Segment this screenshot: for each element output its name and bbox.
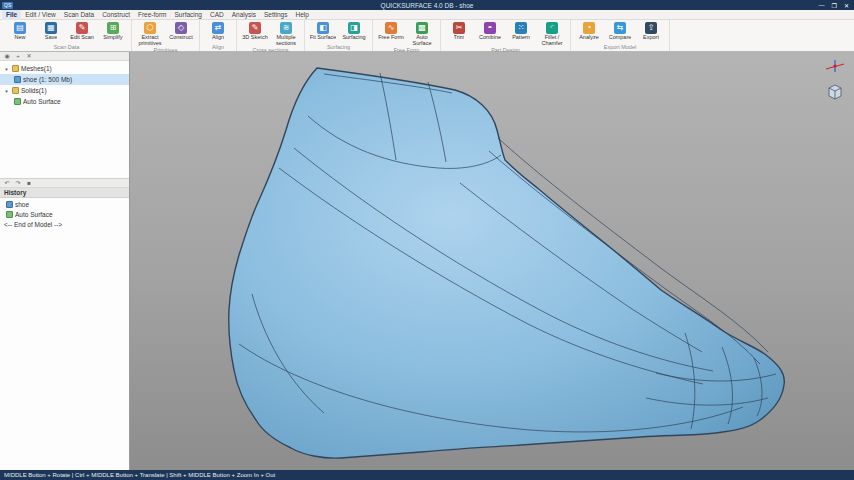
auto-surface-icon: ▩ <box>416 22 428 34</box>
menu-item-construct[interactable]: Construct <box>98 10 134 20</box>
new-file-icon: ▤ <box>14 22 26 34</box>
menu-item-edit-view[interactable]: Edit / View <box>21 10 60 20</box>
shoe-body[interactable] <box>229 68 785 458</box>
combine-icon: ◓ <box>484 22 496 34</box>
history-item-label: Auto Surface <box>15 211 53 218</box>
menu-item-help[interactable]: Help <box>291 10 312 20</box>
window-title: QUICKSURFACE 4.0 DB - shoe <box>0 2 854 9</box>
window-controls: — ❐ ✕ <box>819 2 854 9</box>
ribbon-button-combine[interactable]: ◓Combine <box>475 21 505 47</box>
model-tree: ▾Meshes(1)shoe (1: 500 Mb)▾Solids(1)Auto… <box>0 61 129 179</box>
ribbon: ▤New▦Save✎Edit Scan⊞SimplifyScan Data⬡Ex… <box>0 20 854 52</box>
view-cube[interactable] <box>829 85 841 99</box>
add-icon[interactable]: + <box>14 52 22 61</box>
tree-item-label: Auto Surface <box>23 98 61 105</box>
free-form-icon: ∿ <box>385 22 397 34</box>
construct-icon: ◇ <box>175 22 187 34</box>
ribbon-button-construct[interactable]: ◇Construct <box>166 21 196 47</box>
delete-icon[interactable]: ✕ <box>25 52 33 61</box>
undo-icon[interactable]: ↶ <box>3 179 11 188</box>
tree-item-meshes-1[interactable]: ▾Meshes(1) <box>0 63 129 74</box>
chevron-down-icon[interactable]: ▾ <box>3 88 10 94</box>
ribbon-button-pattern[interactable]: ⁙Pattern <box>506 21 536 47</box>
ribbon-button-surfacing[interactable]: ◨Surfacing <box>339 21 369 44</box>
tree-item-label: shoe (1: 500 Mb) <box>23 76 72 83</box>
history-item-shoe[interactable]: shoe <box>0 199 129 209</box>
orientation-axes <box>826 60 844 72</box>
export-icon: ⇪ <box>645 22 657 34</box>
history-title: History <box>4 189 26 196</box>
title-bar: QS QUICKSURFACE 4.0 DB - shoe — ❐ ✕ <box>0 0 854 10</box>
tree-item-shoe-1-500-mb[interactable]: shoe (1: 500 Mb) <box>0 74 129 85</box>
mesh-icon <box>14 76 21 83</box>
menu-item-settings[interactable]: Settings <box>260 10 292 20</box>
tree-toolbar: ◉+✕ <box>0 52 129 61</box>
history-list: shoeAuto Surface<-- End of Model --> <box>0 198 129 470</box>
model-tree-panel: ◉+✕ ▾Meshes(1)shoe (1: 500 Mb)▾Solids(1)… <box>0 52 130 470</box>
ribbon-group-part-design: ✂Trim◓Combine⁙Pattern◜Fillet / ChamferPa… <box>441 20 571 51</box>
ribbon-group-align: ⇄AlignAlign <box>200 20 237 51</box>
minimize-button[interactable]: — <box>819 2 825 9</box>
edit-scan-icon: ✎ <box>76 22 88 34</box>
compare-icon: ⇆ <box>614 22 626 34</box>
surface-icon <box>6 211 13 218</box>
history-item-label: <-- End of Model --> <box>4 221 62 228</box>
simplify-icon: ⊞ <box>107 22 119 34</box>
ribbon-button-fit-surface[interactable]: ◧Fit Surface <box>308 21 338 44</box>
menu-item-cad[interactable]: CAD <box>206 10 228 20</box>
ribbon-group-primitives: ⬡Extract primitives◇ConstructPrimitives <box>132 20 200 51</box>
ribbon-button-fillet-chamfer[interactable]: ◜Fillet / Chamfer <box>537 21 567 47</box>
analyze-icon: ◔ <box>583 22 595 34</box>
align-icon: ⇄ <box>212 22 224 34</box>
history-toolbar: ↶↷■ <box>0 179 129 188</box>
fillet-chamfer-icon: ◜ <box>546 22 558 34</box>
visibility-icon[interactable]: ◉ <box>3 52 11 61</box>
mouse-hint-text: MIDDLE Button + Rotate | Ctrl + MIDDLE B… <box>4 472 275 478</box>
tree-item-auto-surface[interactable]: Auto Surface <box>0 96 129 107</box>
history-item-label: shoe <box>15 201 29 208</box>
ribbon-button-auto-surface[interactable]: ▩Auto Surface <box>407 21 437 47</box>
stop-icon[interactable]: ■ <box>25 179 33 188</box>
ribbon-button-free-form[interactable]: ∿Free Form <box>376 21 406 47</box>
ribbon-group-scan-data: ▤New▦Save✎Edit Scan⊞SimplifyScan Data <box>2 20 132 51</box>
ribbon-button-new[interactable]: ▤New <box>5 21 35 44</box>
history-item-end-of-model[interactable]: <-- End of Model --> <box>0 219 129 229</box>
history-item-auto-surface[interactable]: Auto Surface <box>0 209 129 219</box>
ribbon-button-3d-sketch[interactable]: ✎3D Sketch <box>240 21 270 47</box>
viewport-3d-scene[interactable] <box>130 52 854 470</box>
menu-item-scan-data[interactable]: Scan Data <box>60 10 98 20</box>
ribbon-group-surfacing: ◧Fit Surface◨SurfacingSurfacing <box>305 20 373 51</box>
redo-icon[interactable]: ↷ <box>14 179 22 188</box>
ribbon-button-edit-scan[interactable]: ✎Edit Scan <box>67 21 97 44</box>
ribbon-button-simplify[interactable]: ⊞Simplify <box>98 21 128 44</box>
ribbon-button-trim[interactable]: ✂Trim <box>444 21 474 47</box>
maximize-button[interactable]: ❐ <box>832 2 837 9</box>
save-icon: ▦ <box>45 22 57 34</box>
tree-item-label: Solids(1) <box>21 87 47 94</box>
chevron-down-icon[interactable]: ▾ <box>3 66 10 72</box>
multiple-sections-icon: ≋ <box>280 22 292 34</box>
menu-item-analysis[interactable]: Analysis <box>228 10 260 20</box>
folder-icon <box>12 65 19 72</box>
surfacing-icon: ◨ <box>348 22 360 34</box>
shoe-model[interactable] <box>229 68 785 458</box>
history-header: History <box>0 188 129 198</box>
close-button[interactable]: ✕ <box>844 2 849 9</box>
ribbon-button-analyze[interactable]: ◔Analyze <box>574 21 604 44</box>
ribbon-button-multiple-sections[interactable]: ≋Multiple sections <box>271 21 301 47</box>
folder-icon <box>12 87 19 94</box>
ribbon-button-align[interactable]: ⇄Align <box>203 21 233 44</box>
orientation-widget[interactable] <box>822 58 848 104</box>
ribbon-group-export-model: ◔Analyze⇆Compare⇪ExportExport Model <box>571 20 670 51</box>
ribbon-button-compare[interactable]: ⇆Compare <box>605 21 635 44</box>
sketch-icon: ✎ <box>249 22 261 34</box>
menu-item-file[interactable]: File <box>2 10 21 20</box>
ribbon-button-export[interactable]: ⇪Export <box>636 21 666 44</box>
menu-item-surfacing[interactable]: Surfacing <box>171 10 206 20</box>
ribbon-button-extract-primitives[interactable]: ⬡Extract primitives <box>135 21 165 47</box>
tree-item-label: Meshes(1) <box>21 65 52 72</box>
menu-item-free-form[interactable]: Free-form <box>134 10 171 20</box>
ribbon-button-save[interactable]: ▦Save <box>36 21 66 44</box>
viewport-3d[interactable] <box>130 52 854 470</box>
tree-item-solids-1[interactable]: ▾Solids(1) <box>0 85 129 96</box>
